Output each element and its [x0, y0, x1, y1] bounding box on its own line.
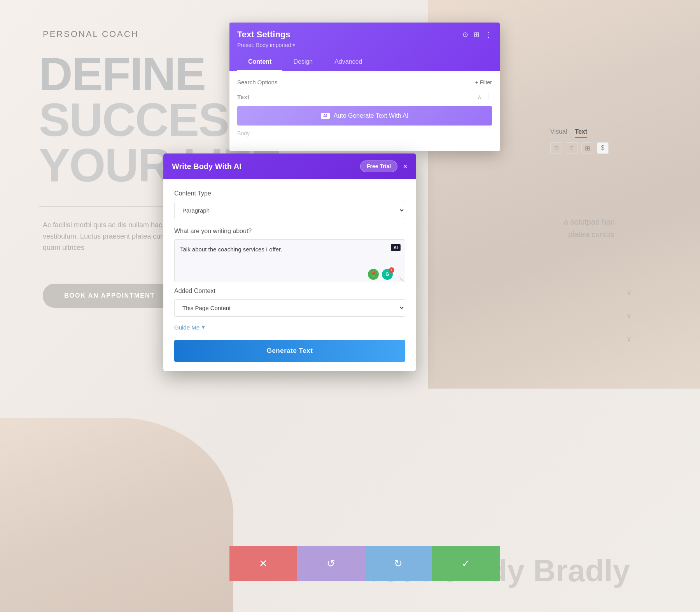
- search-options-input[interactable]: [237, 79, 475, 85]
- body-text: Ac facilisi morbi quis ac dis nullam hac…: [43, 220, 179, 253]
- ai-badge: AI: [321, 113, 330, 119]
- wai-body: Content Type Paragraph Heading List Butt…: [163, 179, 416, 371]
- wai-textarea-wrapper: Talk about the coaching services I offer…: [174, 239, 405, 284]
- collapse-arrow-2[interactable]: ∨: [626, 311, 632, 320]
- chevron-down-icon: ▾: [202, 324, 205, 331]
- undo-icon: ↺: [327, 558, 335, 570]
- headline-define: DEFINE: [39, 51, 205, 97]
- guide-me-button[interactable]: Guide Me ▾: [174, 324, 205, 331]
- grammarly-icon: G 1: [382, 269, 393, 280]
- ts-section-controls: ∧ ⋮: [477, 93, 492, 101]
- context-select[interactable]: This Page Content Custom Context No Cont…: [174, 299, 405, 317]
- textarea-bottom-icons: 📍 G 1: [368, 269, 393, 280]
- grammarly-badge: 1: [389, 267, 394, 273]
- pin-icon: 📍: [368, 269, 379, 280]
- wai-title: Write Body With AI: [172, 162, 242, 171]
- content-type-select[interactable]: Paragraph Heading List Button: [174, 202, 405, 219]
- ai-generate-label: Auto Generate Text With AI: [334, 112, 409, 119]
- ts-header: Text Settings ⊙ ⊞ ⋮ Preset: Body importe…: [229, 23, 500, 71]
- guide-me-row: Guide Me ▾: [174, 324, 405, 331]
- added-context-label: Added Context: [174, 288, 405, 295]
- ts-body-label: Body: [237, 130, 492, 136]
- collapse-icon[interactable]: ∧: [477, 93, 482, 101]
- ts-preset: Preset: Body imported ▾: [237, 42, 492, 48]
- tab-visual[interactable]: Visual: [550, 128, 567, 138]
- section-more-icon[interactable]: ⋮: [486, 93, 492, 101]
- ts-bottom-toolbar: ✕ ↺ ↻ ✓: [229, 546, 500, 581]
- right-panel: Visual Text ≡ ≡ ⊞ $: [550, 128, 628, 154]
- right-format-row: ≡ ≡ ⊞ $: [550, 142, 628, 154]
- resize-handle[interactable]: ⤡: [399, 276, 404, 282]
- collapse-arrow-3[interactable]: ∨: [626, 334, 632, 343]
- tab-advanced[interactable]: Advanced: [324, 54, 373, 71]
- tab-design[interactable]: Design: [282, 54, 324, 71]
- ai-badge-corner: AI: [391, 244, 401, 251]
- dollar-icon[interactable]: $: [597, 142, 609, 154]
- tab-text[interactable]: Text: [575, 128, 587, 138]
- collapse-arrow-1[interactable]: ∨: [626, 288, 632, 297]
- redo-button[interactable]: ↻: [365, 546, 432, 581]
- right-faded-text: a solutpad hac platea cursus: [564, 216, 614, 241]
- confirm-button[interactable]: ✓: [432, 546, 500, 581]
- ai-generate-button[interactable]: AI Auto Generate Text With AI: [237, 106, 492, 126]
- align-left-icon[interactable]: ≡: [550, 142, 562, 154]
- ts-section-header: Text ∧ ⋮: [237, 93, 492, 101]
- cancel-icon: ✕: [259, 558, 268, 570]
- table-icon[interactable]: ⊞: [581, 142, 593, 154]
- book-appointment-button[interactable]: BOOK AN APPOINTMENT: [43, 284, 176, 308]
- undo-button[interactable]: ↺: [297, 546, 365, 581]
- divider-line: [39, 206, 175, 207]
- bg-bottom-left: [0, 418, 233, 612]
- tab-content[interactable]: Content: [237, 54, 282, 71]
- free-trial-badge: Free Trial: [360, 160, 397, 172]
- text-settings-panel: Text Settings ⊙ ⊞ ⋮ Preset: Body importe…: [229, 23, 500, 151]
- wai-header: Write Body With AI Free Trial ×: [163, 153, 416, 179]
- ts-header-icons: ⊙ ⊞ ⋮: [462, 30, 492, 39]
- ts-tabs: Content Design Advanced: [237, 54, 492, 71]
- guide-me-label: Guide Me: [174, 324, 200, 331]
- more-options-icon[interactable]: ⋮: [485, 30, 492, 39]
- capture-icon[interactable]: ⊙: [462, 30, 468, 39]
- filter-button[interactable]: + Filter: [475, 79, 492, 85]
- writing-about-label: What are you writing about?: [174, 228, 405, 235]
- ts-body: + Filter Text ∧ ⋮ AI Auto Generate Text …: [229, 71, 500, 151]
- redo-icon: ↻: [394, 558, 402, 570]
- ts-title: Text Settings: [237, 30, 290, 40]
- close-button[interactable]: ×: [403, 162, 408, 170]
- personal-coach-label: PERSONAL COACH: [43, 29, 139, 39]
- write-ai-dialog: Write Body With AI Free Trial × Content …: [163, 153, 416, 371]
- ts-text-section: Text ∧ ⋮ AI Auto Generate Text With AI B…: [237, 93, 492, 136]
- content-type-label: Content Type: [174, 190, 405, 197]
- generate-text-button[interactable]: Generate Text: [174, 340, 405, 362]
- align-center-icon[interactable]: ≡: [566, 142, 578, 154]
- cancel-button[interactable]: ✕: [229, 546, 297, 581]
- grid-icon[interactable]: ⊞: [474, 30, 480, 39]
- ts-section-title: Text: [237, 94, 250, 100]
- confirm-icon: ✓: [462, 558, 470, 570]
- right-tabs: Visual Text: [550, 128, 628, 138]
- ts-search-row: + Filter: [237, 79, 492, 85]
- wai-header-right: Free Trial ×: [360, 160, 408, 172]
